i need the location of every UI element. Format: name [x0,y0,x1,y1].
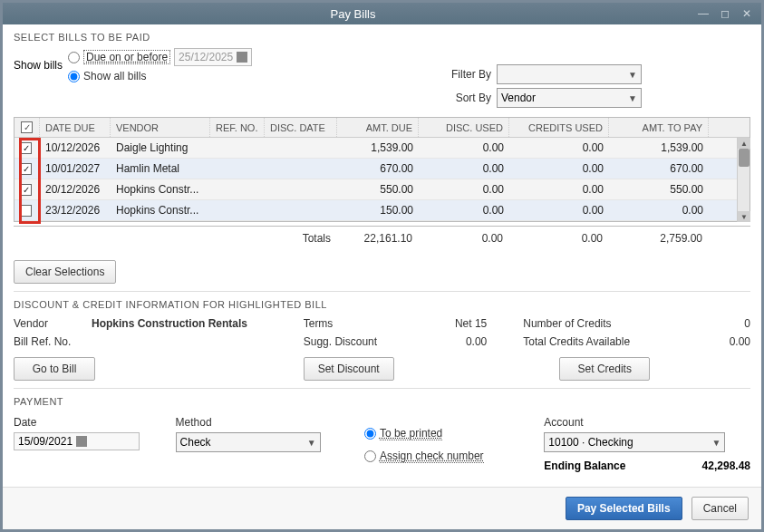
table-row[interactable]: ✓20/12/2026Hopkins Constr...550.000.000.… [15,179,749,200]
vendor-label: Vendor [14,317,86,332]
scroll-up-icon[interactable]: ▲ [738,138,750,149]
cell-amt-to-pay: 0.00 [609,204,709,217]
filter-row: Show bills Due on or before 25/12/2025 S… [14,48,750,108]
payment-account-value: 10100 · Checking [548,436,633,449]
cell-disc-used: 0.00 [419,183,509,196]
th-disc-date[interactable]: DISC. DATE [265,118,337,137]
window-title: Pay Bills [10,7,696,21]
cell-vendor: Hopkins Constr... [111,204,210,217]
set-credits-button[interactable]: Set Credits [559,357,650,381]
num-credits-value: 0 [673,317,750,332]
radio-due-label[interactable]: Due on or before [83,50,170,64]
cell-amt-to-pay: 1,539.00 [609,141,709,154]
row-checkbox[interactable]: ✓ [20,142,32,154]
assign-check-label: Assign check number [380,450,484,463]
cell-credits-used: 0.00 [509,141,609,154]
payment-method-value: Check [180,436,211,449]
payment-section: Date 15/09/2021 Method Check ▼ To be pri… [14,416,750,472]
minimize-icon[interactable]: — [696,6,711,21]
row-checkbox[interactable] [20,205,32,217]
totals-disc-used: 0.00 [418,232,508,245]
radio-due-input[interactable] [68,52,80,63]
table-header: ✓ DATE DUE VENDOR REF. NO. DISC. DATE AM… [15,118,749,138]
table-row[interactable]: 23/12/2026Hopkins Constr...150.000.000.0… [15,200,749,221]
totals-row: Totals 22,161.10 0.00 0.00 2,759.00 [14,226,750,249]
totals-credits-used: 0.00 [508,232,608,245]
cell-amt-to-pay: 550.00 [609,183,709,196]
radio-to-be-printed[interactable]: To be printed [364,427,508,440]
filter-by-dropdown[interactable]: ▼ [497,64,642,84]
payment-account-dropdown[interactable]: 10100 · Checking ▼ [544,432,725,452]
filter-by-row: Filter By ▼ [446,64,642,84]
go-to-bill-button[interactable]: Go to Bill [14,357,95,381]
table-row[interactable]: ✓10/12/2026Daigle Lighting1,539.000.000.… [15,138,749,159]
th-ref-no[interactable]: REF. NO. [210,118,265,137]
cell-vendor: Hamlin Metal [111,162,210,175]
totals-label: Totals [264,232,336,245]
bill-ref-label: Bill Ref. No. [14,335,86,350]
radio-show-all[interactable]: Show all bills [68,70,252,82]
calendar-icon [237,52,247,63]
payment-date-value: 15/09/2021 [18,435,73,448]
cell-amt-due: 150.00 [337,204,419,217]
ending-balance-label: Ending Balance [544,459,625,472]
terms-value: Net 15 [400,317,488,332]
cell-vendor: Daigle Lighting [111,141,210,154]
cell-date-due: 10/01/2027 [40,162,111,175]
th-amt-to-pay[interactable]: AMT. TO PAY [609,118,709,137]
footer-bar: Pay Selected Bills Cancel [3,487,761,529]
table-row[interactable]: ✓10/01/2027Hamlin Metal670.000.000.00670… [15,159,749,179]
maximize-icon[interactable]: ◻ [718,6,732,21]
pay-selected-bills-button[interactable]: Pay Selected Bills [566,497,682,520]
clear-selections-button[interactable]: Clear Selections [14,260,116,284]
discount-credit-header: DISCOUNT & CREDIT INFORMATION FOR HIGHLI… [14,299,750,310]
th-credits-used[interactable]: CREDITS USED [509,118,609,137]
cell-disc-used: 0.00 [419,141,509,154]
th-disc-used[interactable]: DISC. USED [419,118,509,137]
totals-amt-to-pay: 2,759.00 [608,232,708,245]
table-body: ✓10/12/2026Daigle Lighting1,539.000.000.… [15,138,749,221]
cell-amt-due: 1,539.00 [337,141,419,154]
cancel-button[interactable]: Cancel [691,497,749,520]
cell-credits-used: 0.00 [509,183,609,196]
set-discount-button[interactable]: Set Discount [304,357,394,381]
payment-date-label: Date [14,416,140,429]
cell-credits-used: 0.00 [509,162,609,175]
payment-account-label: Account [544,416,750,429]
payment-header: PAYMENT [14,396,750,407]
ending-balance-row: Ending Balance 42,298.48 [544,459,750,472]
row-checkbox[interactable]: ✓ [20,163,32,175]
close-icon[interactable]: ✕ [740,6,754,21]
sugg-disc-value: 0.00 [400,335,488,350]
th-date-due[interactable]: DATE DUE [40,118,111,137]
cell-vendor: Hopkins Constr... [111,183,210,196]
chevron-down-icon: ▼ [628,70,637,80]
titlebar: Pay Bills — ◻ ✕ [3,3,761,24]
payment-date-input[interactable]: 15/09/2021 [14,432,140,450]
scroll-down-icon[interactable]: ▼ [738,211,750,222]
total-credits-label: Total Credits Available [523,335,668,350]
chevron-down-icon: ▼ [711,438,720,448]
radio-all-label: Show all bills [83,70,146,82]
radio-all-input[interactable] [68,71,80,82]
radio-due-on-before[interactable]: Due on or before 25/12/2025 [68,48,252,66]
window-controls: — ◻ ✕ [696,6,754,21]
cell-amt-due: 550.00 [337,183,419,196]
payment-method-dropdown[interactable]: Check ▼ [176,432,321,452]
sort-by-dropdown[interactable]: Vendor ▼ [497,88,642,108]
scroll-thumb[interactable] [739,149,749,167]
payment-method-label: Method [176,416,328,429]
th-vendor[interactable]: VENDOR [111,118,210,137]
chevron-down-icon: ▼ [628,93,637,103]
th-amt-due[interactable]: AMT. DUE [337,118,419,137]
vertical-scrollbar[interactable]: ▲ ▼ [737,138,749,222]
th-check-all[interactable]: ✓ [15,118,40,137]
radio-assign-check[interactable]: Assign check number [364,450,508,463]
calendar-icon [76,436,87,447]
checkbox-icon[interactable]: ✓ [21,121,33,133]
filter-by-label: Filter By [446,68,491,81]
cell-date-due: 20/12/2026 [40,183,111,196]
row-checkbox[interactable]: ✓ [20,184,32,196]
cell-amt-to-pay: 670.00 [609,162,709,175]
due-date-input[interactable]: 25/12/2025 [174,48,252,66]
